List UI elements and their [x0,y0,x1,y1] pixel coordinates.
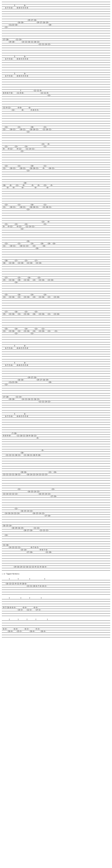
tab-string-line: ~11~ ~10~11~ ~10~11~ ~10~10~11~ ~11~10~1… [2,128,110,131]
tab-string-line [2,442,110,444]
tab-string-line [2,274,110,276]
tab-string-line: ~15~ ~14~ ~14~ ~13~ ~11~ [2,328,110,330]
tab-row: T T T T~9~7~16~6~6~4~ ~6~4~ ~6~4~ ~14~3~… [2,597,112,616]
tab-string-line [2,230,110,232]
tab-string-line: ~16~15~14~ [2,524,110,527]
tab-string-line [2,505,110,507]
tab-row: 5 6~ 6~7~5~6~ ~8~8~5~5~5~8 [2,359,112,374]
tab-string-line: 6~7~5~6~ ~8~8~5~5~5~8 [2,7,110,9]
tab-string-line: ~9~ [2,437,110,439]
tab-string-line [2,427,110,430]
tab-string-line [2,301,110,303]
tab-string-line: ~12~ ~12~ [2,332,110,335]
tab-string-line: ~19~17~16~ [2,376,110,379]
tab-string-line: ~13~ ~11~ ~14~ ~18~ ~18~ ~16~ [2,242,110,245]
tab-string-line [2,104,110,106]
tab-row: T T T T T~6~4~ ~6~4~ ~6~3~ ~5~3~ ~16~4~ … [2,619,112,638]
tab-row: ~10~~10~ ~8~ ~11~ ~8~ ~9~ ~9~ ~13~ ~9~ ~… [2,179,112,196]
tab-row: ~13~ ~11~ ~10~ ~11~~11~ ~10~11~ ~10~11~ … [2,121,112,138]
tab-string-line: ~10~ [2,452,110,454]
tab-string-line [2,587,110,590]
tab-string-line [2,486,110,488]
tab-string-line: ~16~15~14~13~ [2,510,110,512]
tab-string-line: ~13~ ~11~ ~10~ ~11~ [2,165,110,167]
tab-string-line: ~13~ ~13~16~ ~12~ ~13~16~ ~14~ ~13~16~ ~… [2,330,110,332]
tab-string-line [2,405,110,408]
tab-string-line: ~13~11~13~11~10~11~ ~16~14~13~14~13~12~1… [2,473,110,476]
tab-system: ~16~ ~13~ ~11~ ~14~ ~18~ ~18~ ~16~~11~ ~… [2,238,110,254]
tab-system: 5 6~ 6~7~5~6~ ~8~8~5~5~5~8 [2,342,110,356]
tab-row: 5 6~ 6~7~5~6~ ~8~8~5~5~5~8 [2,342,112,356]
tab-string-line: ~10~ [2,182,110,184]
tab-string-line [2,393,110,396]
tab-string-line: ~15~ ~13~16~ ~13~ ~13~16~ ~16~ ~13~16~ ~… [2,313,110,315]
tab-string-line [2,194,110,196]
tab-string-line: 6~7~5~6~ ~8~8~5~5~5~8 [2,415,110,417]
tab-system: ~13~ ~9~ ~11~ ~13~ ~14~ ~11~~9~ ~9~12~ ~… [2,218,110,235]
tab-string-line: ~14~3~ ~12~3~ ~17~3~ [2,609,110,611]
tab-row: ~7~10~~9~8~9~8~ ~11~10~11~10~9~10~13~ ~9… [2,427,112,444]
tab-string-line: ~13~11~18~6~7~6~14~2~ [2,585,110,587]
tab-string-line [2,476,110,478]
tab-string-line [2,541,110,544]
tab-string-line: ~11~ ~10~11~ ~10~11~ ~10~10~11~ ~9~ ~10~… [2,167,110,169]
tab-string-line: ~12~ [2,26,110,28]
tab-string-line: ~13~ ~9~ [2,143,110,145]
tab-string-line [2,536,110,539]
tab-string-line [2,371,110,374]
tab-system: T T T T~9~7~16~6~6~4~ ~6~4~ ~6~4~ ~14~3~… [2,597,110,616]
tab-system: ~7~10~~9~8~9~8~ ~11~10~11~10~9~10~13~ ~9… [2,427,110,444]
tab-string-line [2,174,110,177]
tab-string-line: ~16~ [2,247,110,249]
tab-string-line: 5 6~ [2,344,110,347]
tab-string-line [2,28,110,31]
tab-string-line: ~12~11~14~12~ [2,43,110,45]
tab-string-line [2,53,110,55]
tab-string-line [2,388,110,391]
tab-string-line: ~11~9~12~ ~9~8~ ~6~ [2,106,110,109]
tab-system: ~11~10~ ~14~13~12~11~ ~8~7~6~5~ ~15~14~ … [2,541,110,556]
tab-system: 5 6~ 6~7~5~6~ ~8~8~5~5~5~8 [2,2,110,16]
tab-system: ~16~15~14~ ~18~19~16~15~ ~11~13~ ~18~17~… [2,522,110,539]
tab-string-line [2,456,110,459]
tab-string-line [2,570,110,573]
tab-string-line [2,286,110,288]
tab-system: T T T T T~6~4~ ~6~4~ ~6~3~ ~5~3~ ~16~4~ … [2,619,110,638]
tab-string-line: 5 6~ [2,4,110,7]
tab-string-line [2,366,110,369]
tab-system: ~15~ ~14~ ~14~ ~13~ ~11~~13~ ~13~16~ ~12… [2,325,110,340]
tab-string-line: ~7~10~ [2,432,110,434]
tab-row: 5 6~ 6~7~5~6~ ~8~8~5~5~5~8 [2,2,112,16]
tab-string-line: ~17~20~ ~11~14~ [2,396,110,398]
tab-string-line [2,160,110,162]
tab-string-line [2,65,110,67]
tab-string-line: ~11~12~11~10~11~ ~11~10~11~10~9~10~ [2,454,110,456]
tab-string-line: ~16~16~ ~19~17~16~19~ [2,379,110,381]
tab-system: 7 ~12~11~9~~8~9~8~7~8~ ~11~9~8~ ~12~11~9… [2,87,110,101]
tab-string-line: ~12~11~14~12~ [2,400,110,403]
tab-system: ~9~ ~10~ ~11~12~11~10~11~ ~11~10~11~10~9… [2,447,110,464]
tab-row: ~19~16~24~12~16~12~21~9~11~9~16~4~| or T… [2,558,112,576]
tab-string-line: ~11~ ~10~11~ ~10~11~13~ ~13~ ~16~ [2,245,110,247]
tab-row: ~18~ ~17~ ~15~ ~17~~16~ ~13~16~ ~13~16~ … [2,257,112,272]
tab-string-line [2,349,110,352]
tab-string-line [2,48,110,50]
tab-string-line: ~13~ [2,131,110,133]
tab-row: 7 ~12~11~9~~8~9~8~7~8~ ~11~9~8~ ~12~11~9… [2,87,112,101]
tab-string-line [2,162,110,165]
tab-string-line [2,417,110,420]
tab-string-line [2,386,110,388]
tab-row: ~19~17~16~ ~16~16~ ~19~17~16~19~ ~11s13~… [2,376,112,391]
tab-string-line: ~12~ ~13~ [2,488,110,490]
tab-string-line [2,283,110,286]
tab-string-line: ~16~16~ ~19~17~16~19~ [2,21,110,24]
tab-string-line [2,31,110,33]
tab-string-line: ~16~ [2,240,110,242]
tab-string-line [2,201,110,204]
tab-string-line: ~16~15~14~13~ [2,490,110,493]
tab-string-line: ~15~ ~16~ ~14~ ~14~ [2,293,110,296]
tab-string-line [2,337,110,340]
tab-string-line [2,291,110,293]
tab-string-line: 6~7~5~6~ ~8~8~5~5~5~8 [2,347,110,349]
tapping-markers: T T T T T [2,619,110,621]
